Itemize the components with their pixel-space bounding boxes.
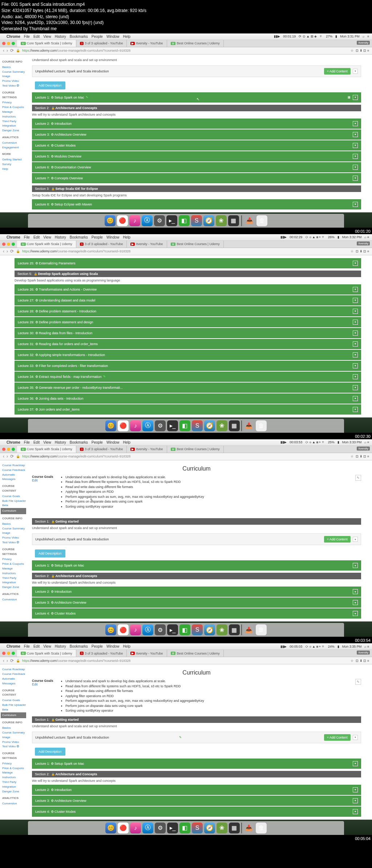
tab-youtube-upload[interactable]: 33 of 3 uploaded - YouTube [76, 446, 127, 453]
dock-spring-icon[interactable]: ❀ [217, 420, 227, 431]
menu-item[interactable]: View [43, 644, 51, 648]
expand-button[interactable]: ▾ [353, 331, 358, 336]
tab-itversity[interactable]: ▶Itversity - YouTube [127, 241, 167, 248]
expand-button[interactable]: ▾ [353, 261, 358, 266]
url-text[interactable]: https://www.udemy.com/course-manage/edit… [22, 249, 348, 253]
sidebar-thirdparty[interactable]: Third Party Integration [2, 119, 26, 129]
menu-app[interactable]: Chrome [7, 35, 20, 39]
lecture-row[interactable]: Lecture 3: ⚙ Architecture Overview▾ [32, 129, 361, 140]
menu-bookmarks[interactable]: Bookmarks [70, 35, 88, 39]
star-icon[interactable]: ☆ [351, 455, 353, 458]
sidebar-image[interactable]: Image [2, 735, 26, 740]
sidebar-danger[interactable]: Danger Zone [2, 789, 26, 794]
expand-button[interactable]: ▾ [353, 132, 358, 137]
expand-button[interactable]: ▾ [353, 176, 358, 181]
dock-media-icon[interactable]: ▦ [229, 624, 240, 635]
sidebar-promo[interactable]: Promo Video [2, 79, 26, 84]
edit-icon[interactable]: ✎ [103, 375, 106, 378]
expand-button[interactable]: ▾ [353, 341, 358, 347]
forward-button[interactable]: › [7, 454, 8, 459]
lock-icon[interactable]: 🔒 [16, 249, 20, 253]
menu-history[interactable]: History [55, 35, 66, 39]
sidebar-danger[interactable]: Danger Zone [2, 128, 26, 133]
menu-app[interactable]: Chrome [7, 644, 20, 648]
sidebar-conversion[interactable]: Conversion [2, 141, 26, 145]
sidebar-basics[interactable]: Basics [2, 522, 26, 527]
expand-button[interactable]: ▾ [353, 563, 358, 568]
expand-button[interactable]: ▾ [353, 143, 358, 148]
expand-button[interactable]: ▾ [353, 385, 358, 390]
dock-settings-icon[interactable]: ⚙ [155, 624, 166, 635]
dock-downloads-icon[interactable]: 📥 [244, 215, 255, 226]
tab-udemy-1[interactable]: UCore Spark with Scala | Udemy [17, 40, 76, 47]
menu-edit[interactable]: Edit [33, 235, 40, 239]
tab-udemy-2[interactable]: UBest Online Courses | Udemy [167, 650, 224, 657]
dock-appstore-icon[interactable]: Ⓐ [142, 823, 153, 833]
sidebar-summary[interactable]: Course Summary [2, 527, 26, 531]
dock-safari-icon[interactable]: 🧭 [204, 624, 215, 635]
sidebar-image[interactable]: Image [2, 74, 26, 79]
lecture-row[interactable]: Lecture 35: ⚙ Generate revenue per order… [15, 383, 361, 393]
lecture-row[interactable]: Lecture 36: ⚙ Joining data sets - Introd… [15, 393, 361, 404]
dock-app-icon[interactable]: ◧ [179, 215, 190, 226]
dock-snagit-icon[interactable]: S [192, 624, 203, 635]
dock-safari-icon[interactable]: 🧭 [204, 420, 215, 431]
lecture-row[interactable]: Lecture 3: ⚙ Architecture Overview▾ [32, 796, 361, 806]
lecture-row[interactable]: Lecture 5: ⚙ Modules Overview▾ [32, 151, 361, 161]
menu-app[interactable]: Chrome [7, 235, 20, 239]
menu-item[interactable]: History [55, 440, 66, 444]
tab-youtube-upload[interactable]: 33 of 3 uploaded - YouTube [76, 241, 127, 248]
tab-udemy-1[interactable]: UCore Spark with Scala | Udemy [17, 650, 76, 657]
dock-downloads-icon[interactable]: 📥 [243, 624, 254, 635]
menu-app[interactable]: Chrome [7, 440, 20, 444]
reload-button[interactable]: ⟳ [10, 658, 14, 663]
dock-media-icon[interactable]: ▦ [228, 215, 239, 226]
menu-item[interactable]: Window [106, 440, 120, 444]
lecture-row[interactable]: Lecture 2: ⚙ Introduction▾ [32, 119, 361, 129]
lecture-row[interactable]: Lecture 31: ⚙ Reading data for orders an… [15, 339, 361, 349]
sidebar-basics[interactable]: Basics [2, 65, 26, 70]
sidebar-privacy[interactable]: Privacy [2, 557, 26, 562]
dock-settings-icon[interactable]: ⚙ [155, 420, 166, 431]
dock-finder-icon[interactable]: 😊 [105, 215, 116, 226]
sidebar-privacy[interactable]: Privacy [2, 100, 26, 105]
goals-edit-link[interactable]: Edit [32, 683, 38, 686]
dock-trash-icon[interactable]: 🗑 [256, 215, 267, 226]
reload-button[interactable]: ⟳ [10, 249, 14, 254]
menu-item[interactable]: Help [123, 440, 131, 444]
extension-badge[interactable]: Itversity [357, 41, 370, 45]
menu-bookmarks[interactable]: Bookmarks [70, 235, 88, 239]
section-header[interactable]: Section 2: Architecture and Concepts [32, 771, 361, 777]
tab-udemy-2[interactable]: UBest Online Courses | Udemy [167, 241, 224, 248]
wifi-icon[interactable]: ᯤ [320, 35, 323, 38]
expand-button[interactable]: ▾ [353, 735, 358, 740]
dock-itunes-icon[interactable]: ♪ [130, 624, 141, 635]
menu-item[interactable]: Bookmarks [70, 440, 88, 444]
dock-appstore-icon[interactable]: Ⓐ [142, 420, 153, 431]
dock-snagit-icon[interactable]: S [191, 215, 202, 226]
add-content-button[interactable]: + Add Content [324, 536, 351, 543]
lecture-row[interactable]: Lecture 27: ⚙ Understanding dataset and … [15, 295, 361, 305]
menu-item[interactable]: History [55, 644, 66, 648]
sidebar-manage[interactable]: Manage Instructors [2, 771, 26, 780]
tab-udemy-2[interactable]: UBest Online Courses | Udemy [167, 40, 224, 47]
lecture-row[interactable]: Lecture 1: ⚙ Setup Spark on Mac▾ [32, 759, 361, 769]
lecture-row[interactable]: Lecture 32: ⚙ Applying simple transforma… [15, 350, 361, 360]
lecture-row[interactable]: Lecture 25: ⚙ Externalizing Parameters▾ [15, 258, 361, 268]
sidebar-testvideo[interactable]: Test Video ⦿ [2, 540, 26, 545]
sidebar-manage[interactable]: Manage Instructors [2, 110, 26, 119]
unpublished-lecture-row[interactable]: Unpublished Lecture: Spark and Scala int… [32, 65, 361, 77]
menu-people[interactable]: People [92, 35, 103, 39]
lecture-row[interactable]: Lecture 4: ⚙ Cluster Modes▾ [32, 807, 361, 817]
lecture-row[interactable]: Lecture 28: ⚙ Define problem statement -… [15, 306, 361, 316]
menu-item[interactable]: File [24, 440, 30, 444]
lecture-row[interactable]: Lecture 4: ⚙ Cluster Modes▾ [32, 608, 361, 619]
url-text[interactable]: https://www.udemy.com/course-manage/edit… [22, 49, 348, 52]
tab-udemy-2[interactable]: UBest Online Courses | Udemy [167, 446, 224, 453]
expand-button[interactable]: ▾ [353, 600, 358, 605]
tab-youtube-upload[interactable]: 33 of 3 uploaded - YouTube [76, 40, 127, 47]
dock-chrome-icon[interactable]: 🔴 [118, 624, 129, 635]
reload-button[interactable]: ⟳ [10, 454, 14, 459]
section-header[interactable]: Section 1: Getting started [32, 716, 361, 723]
preview-icon[interactable]: ▦ [348, 96, 351, 99]
